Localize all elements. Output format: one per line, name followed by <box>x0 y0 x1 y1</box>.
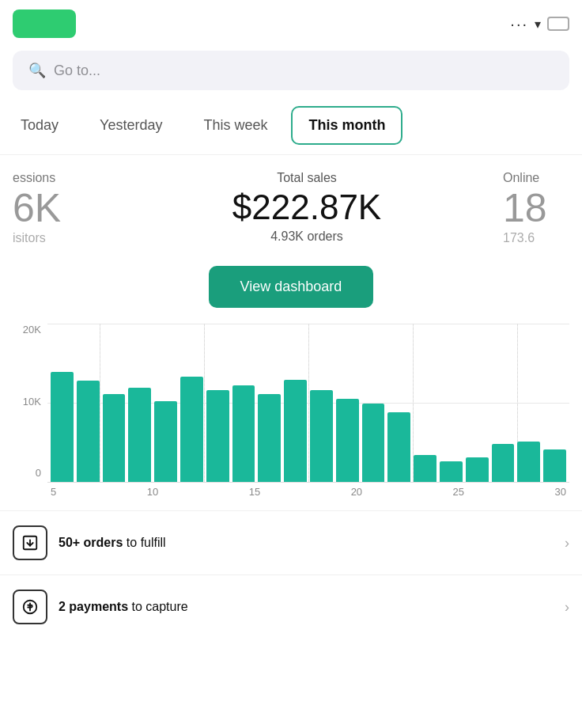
bar-17 <box>466 457 489 482</box>
online-value: 18 <box>503 188 582 228</box>
search-input-placeholder[interactable]: Go to... <box>54 63 100 79</box>
stat-sessions: essions 6K isitors <box>0 171 127 245</box>
logo <box>13 9 76 38</box>
more-options-icon[interactable]: ··· <box>510 15 528 33</box>
payments-notification-text: 2 payments to capture <box>59 600 565 614</box>
tab-today[interactable]: Today <box>3 106 76 145</box>
total-sales-label: Total sales <box>142 171 471 185</box>
online-sub: 173.6 <box>503 231 582 245</box>
total-sales-value: $222.87K <box>142 188 471 226</box>
bar-16 <box>440 461 463 482</box>
bar-12 <box>336 399 359 482</box>
y-label-20k: 20K <box>13 324 41 336</box>
x-label-30: 30 <box>555 486 566 498</box>
bar-19 <box>517 442 540 482</box>
view-dashboard-button[interactable]: View dashboard <box>209 266 374 308</box>
orders-text: to fulfill <box>123 536 165 549</box>
tab-yesterday[interactable]: Yesterday <box>82 106 180 145</box>
x-label-10: 10 <box>147 486 158 498</box>
sessions-label: essions <box>13 171 111 185</box>
h-grid-line-top <box>47 324 569 324</box>
tab-this-month[interactable]: This month <box>291 106 402 145</box>
payments-text: to capture <box>128 600 188 613</box>
stat-total-sales: Total sales $222.87K 4.93K orders <box>127 171 487 244</box>
y-label-0: 0 <box>13 467 41 479</box>
payments-count-bold: 2 payments <box>59 600 128 613</box>
sales-chart: 20K 10K 0 <box>13 324 569 498</box>
download-box-icon <box>13 525 47 560</box>
chevron-down-icon[interactable]: ▾ <box>535 17 541 32</box>
bar-1 <box>51 372 74 482</box>
x-label-5: 5 <box>51 486 56 498</box>
bar-4 <box>128 388 151 482</box>
bars-container <box>47 372 569 482</box>
bar-15 <box>414 455 436 482</box>
top-bar: ··· ▾ <box>0 0 582 44</box>
bar-13 <box>362 404 385 482</box>
top-bar-controls: ··· ▾ <box>510 15 569 33</box>
x-axis-labels: 5 10 15 20 25 30 <box>47 483 569 498</box>
y-label-10k: 10K <box>13 396 41 408</box>
stats-section: essions 6K isitors Total sales $222.87K … <box>0 155 582 253</box>
bar-3 <box>103 394 126 482</box>
chart-y-labels: 20K 10K 0 <box>13 324 41 498</box>
bar-9 <box>258 394 281 482</box>
time-period-tabs: Today Yesterday This week This month <box>0 100 582 155</box>
x-label-20: 20 <box>351 486 362 498</box>
bar-6 <box>180 377 203 482</box>
orders-notification[interactable]: 50+ orders to fulfill › <box>0 510 582 574</box>
bar-5 <box>154 401 177 482</box>
payments-notification[interactable]: 2 payments to capture › <box>0 574 582 639</box>
payments-icon <box>13 590 47 624</box>
orders-chevron-right-icon: › <box>565 535 569 552</box>
online-label: Online <box>503 171 582 185</box>
orders-notification-text: 50+ orders to fulfill <box>59 536 565 550</box>
bar-7 <box>206 390 229 482</box>
bar-18 <box>492 444 515 482</box>
bar-10 <box>284 380 307 482</box>
stat-online: Online 18 173.6 <box>487 171 582 245</box>
orders-count: 4.93K orders <box>142 229 471 244</box>
bar-14 <box>387 412 410 482</box>
tab-this-week[interactable]: This week <box>186 106 285 145</box>
payments-chevron-right-icon: › <box>565 599 569 616</box>
x-label-15: 15 <box>249 486 260 498</box>
window-icon <box>547 17 569 31</box>
bar-11 <box>310 390 333 482</box>
sessions-value: 6K <box>13 188 111 228</box>
visitors-label: isitors <box>13 231 111 245</box>
chart-section: 20K 10K 0 <box>0 324 582 510</box>
bar-8 <box>232 385 255 482</box>
bar-2 <box>77 381 100 482</box>
chart-inner: 5 10 15 20 25 30 <box>47 324 569 498</box>
x-label-25: 25 <box>453 486 464 498</box>
orders-count-bold: 50+ orders <box>59 536 123 549</box>
bars-and-grid <box>47 324 569 483</box>
dashboard-button-container: View dashboard <box>0 253 582 324</box>
search-bar[interactable]: 🔍 Go to... <box>13 51 569 90</box>
bar-20 <box>543 449 566 482</box>
search-icon: 🔍 <box>28 62 46 79</box>
search-container: 🔍 Go to... <box>0 44 582 100</box>
